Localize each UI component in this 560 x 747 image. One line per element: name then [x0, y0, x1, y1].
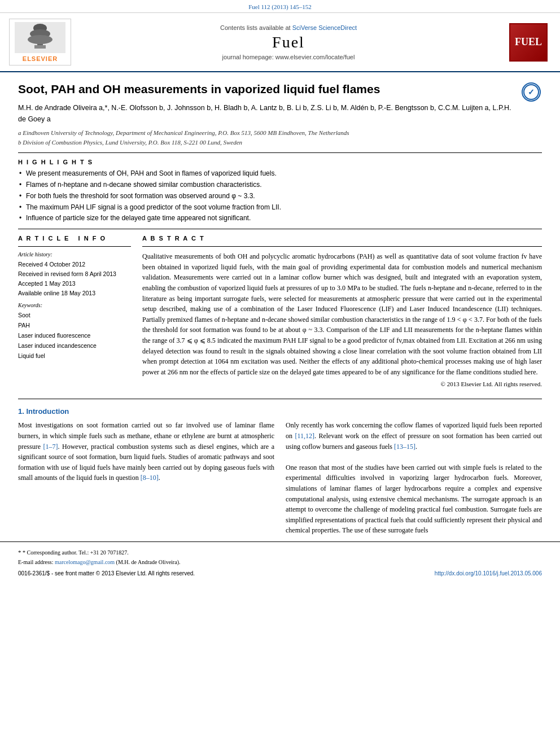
svg-text:✓: ✓	[528, 88, 535, 97]
highlight-item: Flames of n-heptane and n-decane showed …	[18, 180, 542, 190]
keyword-lii: Laser induced incandescence	[18, 341, 131, 351]
accepted-date: Accepted 1 May 2013	[18, 279, 131, 289]
page: Fuel 112 (2013) 145–152 ELSEVIER Content…	[0, 0, 560, 747]
affiliation-b: b Division of Combustion Physics, Lund U…	[18, 138, 542, 147]
info-divider	[18, 246, 131, 247]
issn-line: 0016-2361/$ - see front matter © 2013 El…	[18, 570, 195, 576]
dates: Received 4 October 2012 Received in revi…	[18, 260, 131, 298]
divider-1	[18, 152, 542, 153]
svg-rect-4	[34, 45, 46, 49]
page-footer: * * Corresponding author. Tel.: +31 20 7…	[0, 541, 560, 581]
copyright: © 2013 Elsevier Ltd. All rights reserved…	[142, 381, 542, 387]
email-note: E-mail address: marcelomago@gmail.com (M…	[18, 558, 542, 567]
keyword-pah: PAH	[18, 321, 131, 331]
abstract-title: A B S T R A C T	[142, 235, 542, 242]
footnotes: * * Corresponding author. Tel.: +31 20 7…	[18, 548, 542, 567]
intro-text-left: Most investigations on soot formation ca…	[18, 421, 274, 482]
article-title-row: ✓ Soot, PAH and OH measurements in vapor…	[18, 81, 542, 97]
fuel-journal-logo: FUEL	[509, 23, 548, 62]
intro-text-right: Only recently has work concerning the co…	[286, 421, 542, 534]
introduction-section: 1. Introduction Most investigations on s…	[0, 407, 560, 536]
affiliation-a: a Eindhoven University of Technology, De…	[18, 128, 542, 138]
contents-available-line: Contents lists available at SciVerse Sci…	[220, 24, 357, 31]
highlight-item: Influence of particle size for the delay…	[18, 213, 542, 223]
article-content: ✓ Soot, PAH and OH measurements in vapor…	[0, 72, 560, 393]
keywords-label: Keywords:	[18, 302, 131, 308]
abstract-column: A B S T R A C T Qualitative measurements…	[142, 235, 542, 387]
highlight-item: The maximum PAH LIF signal is a good pre…	[18, 203, 542, 212]
info-abstract-columns: A R T I C L E I N F O Article history: R…	[18, 235, 542, 387]
doi-link[interactable]: http://dx.doi.org/10.1016/j.fuel.2013.05…	[435, 570, 542, 576]
journal-center-info: Contents lists available at SciVerse Sci…	[77, 19, 500, 65]
abstract-text: Qualitative measurements of both OH and …	[142, 251, 542, 377]
footer-bottom: 0016-2361/$ - see front matter © 2013 El…	[18, 570, 542, 576]
corresponding-note: * * Corresponding author. Tel.: +31 20 7…	[18, 548, 542, 558]
divider-3	[18, 399, 542, 399]
email-link[interactable]: marcelomago@gmail.com	[55, 559, 115, 565]
journal-reference-bar: Fuel 112 (2013) 145–152	[0, 0, 560, 13]
divider-2	[18, 229, 542, 229]
highlight-item: We present measurements of OH, PAH and S…	[18, 169, 542, 178]
highlights-title: H I G H L I G H T S	[18, 159, 542, 165]
received-date: Received 4 October 2012	[18, 260, 131, 269]
intro-columns: Most investigations on soot formation ca…	[18, 420, 542, 536]
crossmark-badge[interactable]: ✓	[520, 81, 542, 103]
authors-line: M.H. de Andrade Oliveira a,*, N.-E. Olof…	[18, 102, 542, 125]
intro-heading: 1. Introduction	[18, 407, 542, 416]
journal-homepage: journal homepage: www.elsevier.com/locat…	[222, 54, 355, 60]
intro-col-right: Only recently has work concerning the co…	[286, 420, 542, 536]
elsevier-wordmark: ELSEVIER	[23, 55, 58, 62]
intro-col-left: Most investigations on soot formation ca…	[18, 420, 274, 536]
available-date: Available online 18 May 2013	[18, 289, 131, 298]
crossmark-icon: ✓	[522, 82, 541, 102]
doi-line: http://dx.doi.org/10.1016/j.fuel.2013.05…	[435, 570, 542, 576]
article-history: Article history: Received 4 October 2012…	[18, 251, 131, 298]
received-revised-date: Received in revised form 8 April 2013	[18, 269, 131, 279]
journal-name: Fuel	[272, 33, 305, 51]
keyword-liquid-fuel: Liquid fuel	[18, 351, 131, 361]
highlight-item: For both fuels the threshold for soot fo…	[18, 191, 542, 201]
elsevier-logo: ELSEVIER	[9, 19, 71, 65]
journal-ref-text: Fuel 112 (2013) 145–152	[248, 3, 312, 10]
history-label: Article history:	[18, 251, 131, 257]
journal-header: ELSEVIER Contents lists available at Sci…	[0, 13, 560, 72]
abstract-divider	[142, 246, 542, 247]
affiliations: a Eindhoven University of Technology, De…	[18, 128, 542, 147]
highlights-section: H I G H L I G H T S We present measureme…	[18, 159, 542, 223]
elsevier-logo-image	[15, 22, 65, 53]
highlights-list: We present measurements of OH, PAH and S…	[18, 169, 542, 223]
keywords-section: Keywords: Soot PAH Laser induced fluores…	[18, 302, 131, 361]
keywords-list: Soot PAH Laser induced fluorescence Lase…	[18, 311, 131, 361]
science-direct-link[interactable]: SciVerse ScienceDirect	[292, 24, 357, 31]
article-info-column: A R T I C L E I N F O Article history: R…	[18, 235, 131, 387]
svg-point-3	[28, 35, 53, 44]
article-title: Soot, PAH and OH measurements in vaporiz…	[18, 81, 542, 97]
fuel-logo-box: FUEL	[506, 19, 551, 65]
keyword-soot: Soot	[18, 311, 131, 321]
article-info-label: A R T I C L E I N F O	[18, 235, 131, 242]
keyword-lif: Laser induced fluorescence	[18, 331, 131, 341]
